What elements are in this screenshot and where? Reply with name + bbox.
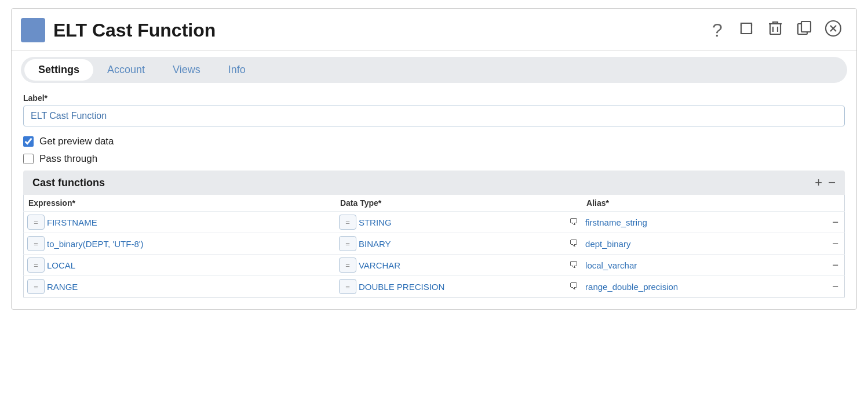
datatype-equals-btn-1[interactable]: = [339, 236, 356, 251]
alias-cell-2: local_varchar − [582, 255, 844, 276]
datatype-value-1: BINARY [359, 239, 567, 249]
pass-through-checkbox[interactable] [23, 154, 34, 164]
expression-equals-btn-0[interactable]: = [27, 215, 45, 230]
pass-through-label[interactable]: Pass through [39, 153, 97, 165]
restore-icon [737, 19, 756, 42]
panel-toolbar: ? [706, 19, 845, 42]
get-preview-data-label[interactable]: Get preview data [39, 136, 114, 147]
panel-icon [21, 18, 45, 42]
remove-row-btn-1[interactable]: − [830, 238, 841, 249]
delete-icon [767, 19, 784, 42]
cast-functions-title: Cast functions [32, 177, 105, 189]
col-header-expression: Expression* [24, 195, 335, 212]
expression-value-2: LOCAL [47, 260, 332, 270]
label-field-label: Label* [23, 93, 845, 103]
comment-icon-1[interactable]: 🗨 [569, 238, 578, 249]
expression-value-0: FIRSTNAME [47, 217, 332, 227]
col-header-datatype: Data Type* [335, 195, 582, 212]
datatype-equals-btn-2[interactable]: = [339, 257, 356, 273]
svg-rect-0 [741, 23, 752, 34]
tab-views[interactable]: Views [159, 59, 214, 81]
alias-cell-1: dept_binary − [582, 233, 844, 255]
svg-rect-5 [801, 21, 811, 32]
tab-account[interactable]: Account [93, 59, 159, 81]
datatype-cell-2: = VARCHAR 🗨 [335, 255, 582, 276]
close-button[interactable] [822, 19, 845, 42]
get-preview-data-checkbox[interactable] [23, 136, 34, 147]
pass-through-row: Pass through [23, 153, 845, 165]
cast-functions-header: Cast functions + − [23, 171, 845, 195]
help-button[interactable]: ? [706, 19, 729, 42]
tab-settings[interactable]: Settings [24, 59, 93, 81]
alias-cell-0: firstname_string − [582, 212, 844, 233]
alias-value-1: dept_binary [585, 239, 826, 249]
label-input[interactable] [23, 106, 845, 126]
remove-row-btn-0[interactable]: − [830, 217, 841, 227]
add-cast-row-button[interactable]: + [815, 176, 822, 189]
help-icon: ? [712, 20, 723, 41]
label-field-group: Label* [23, 93, 845, 126]
datatype-value-0: STRING [359, 217, 567, 227]
remove-row-btn-2[interactable]: − [830, 260, 841, 270]
get-preview-data-row: Get preview data [23, 136, 845, 147]
table-header-row: Expression* Data Type* Alias* [24, 195, 845, 212]
expression-value-3: RANGE [47, 282, 332, 292]
panel-title-area: ELT Cast Function [21, 18, 216, 42]
cast-functions-actions: + − [815, 176, 836, 189]
close-icon [825, 20, 842, 41]
expression-equals-btn-2[interactable]: = [27, 257, 45, 273]
datatype-equals-btn-3[interactable]: = [339, 279, 356, 294]
delete-button[interactable] [764, 19, 787, 42]
comment-icon-2[interactable]: 🗨 [569, 260, 578, 270]
expression-value-1: to_binary(DEPT, 'UTF-8') [47, 239, 332, 249]
table-row: = LOCAL = VARCHAR 🗨 local_varchar − [24, 255, 845, 276]
table-row: = to_binary(DEPT, 'UTF-8') = BINARY 🗨 de… [24, 233, 845, 255]
expression-cell-3: = RANGE [24, 276, 335, 298]
comment-icon-0[interactable]: 🗨 [569, 217, 578, 227]
datatype-value-2: VARCHAR [359, 260, 567, 270]
panel-header: ELT Cast Function ? [12, 9, 856, 51]
expression-cell-0: = FIRSTNAME [24, 212, 335, 233]
copy-button[interactable] [793, 19, 816, 42]
datatype-value-3: DOUBLE PRECISION [359, 282, 567, 292]
panel-title: ELT Cast Function [53, 20, 216, 41]
expression-cell-2: = LOCAL [24, 255, 335, 276]
alias-value-3: range_double_precision [585, 282, 826, 292]
alias-value-2: local_varchar [585, 260, 826, 270]
table-row: = FIRSTNAME = STRING 🗨 firstname_string … [24, 212, 845, 233]
datatype-cell-1: = BINARY 🗨 [335, 233, 582, 255]
expression-cell-1: = to_binary(DEPT, 'UTF-8') [24, 233, 335, 255]
expression-equals-btn-1[interactable]: = [27, 236, 45, 251]
svg-rect-1 [770, 24, 781, 34]
remove-row-btn-3[interactable]: − [830, 281, 841, 292]
col-header-alias: Alias* [582, 195, 844, 212]
table-row: = RANGE = DOUBLE PRECISION 🗨 range_doubl… [24, 276, 845, 298]
alias-cell-3: range_double_precision − [582, 276, 844, 298]
datatype-cell-3: = DOUBLE PRECISION 🗨 [335, 276, 582, 298]
cast-functions-table: Expression* Data Type* Alias* = FIRSTNAM… [23, 195, 845, 298]
tab-info[interactable]: Info [214, 59, 260, 81]
remove-cast-row-button[interactable]: − [828, 176, 836, 189]
restore-button[interactable] [735, 19, 758, 42]
expression-equals-btn-3[interactable]: = [27, 279, 45, 294]
comment-icon-3[interactable]: 🗨 [569, 281, 578, 292]
tabs-bar: Settings Account Views Info [21, 57, 847, 83]
datatype-cell-0: = STRING 🗨 [335, 212, 582, 233]
panel: ELT Cast Function ? [11, 8, 857, 310]
alias-value-0: firstname_string [585, 217, 826, 227]
panel-body: Label* Get preview data Pass through Cas… [12, 83, 856, 309]
datatype-equals-btn-0[interactable]: = [339, 215, 356, 230]
copy-icon [796, 19, 813, 42]
